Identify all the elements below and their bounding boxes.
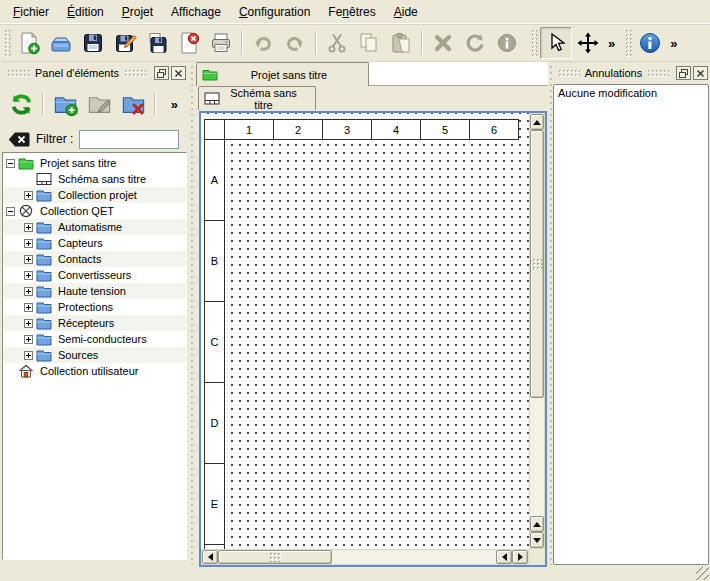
toolbar-handle[interactable]: [531, 29, 538, 57]
print-button[interactable]: [205, 27, 237, 59]
tree-item-collection-projet[interactable]: Collection projet: [3, 187, 186, 203]
menu-fenetres[interactable]: Fenêtres: [319, 2, 384, 22]
window-resize-grip[interactable]: [696, 567, 709, 580]
tree-item-projet-sans-titre[interactable]: Projet sans titre: [3, 155, 186, 171]
tree-item-recepteurs[interactable]: Récepteurs: [3, 315, 186, 331]
close-icon: [696, 69, 705, 78]
close-document-button[interactable]: [173, 27, 205, 59]
tree-item-convertisseurs[interactable]: Convertisseurs: [3, 267, 186, 283]
rotate-button[interactable]: [459, 27, 491, 59]
expander-plus-icon[interactable]: [24, 223, 33, 232]
vertical-scrollbar-thumb[interactable]: [530, 130, 544, 398]
tree-item-sources[interactable]: Sources: [3, 347, 186, 363]
panel-extension-chevron[interactable]: »: [167, 97, 182, 112]
cut-button[interactable]: [321, 27, 353, 59]
menu-edition[interactable]: Édition: [58, 2, 113, 22]
tree-item-schema-sans-titre[interactable]: Schéma sans titre: [3, 171, 186, 187]
toolbar-handle[interactable]: [4, 29, 11, 57]
expander-plus-icon[interactable]: [24, 351, 33, 360]
scroll-right-button[interactable]: [512, 550, 528, 564]
menu-projet[interactable]: Projet: [113, 2, 162, 22]
expander-plus-icon[interactable]: [24, 255, 33, 264]
tree-item-capteurs[interactable]: Capteurs: [3, 235, 186, 251]
expander-plus-icon[interactable]: [24, 287, 33, 296]
scroll-left-button[interactable]: [202, 550, 218, 564]
grid-column-header: 2: [273, 119, 323, 140]
float-dock-button[interactable]: [676, 66, 691, 80]
tree-item-contacts[interactable]: Contacts: [3, 251, 186, 267]
save-as-icon: [113, 31, 137, 55]
toolbar-extension-chevron[interactable]: »: [604, 36, 619, 51]
copy-button[interactable]: [353, 27, 385, 59]
dock-grip-texture: [124, 69, 147, 78]
tree-item-protections[interactable]: Protections: [3, 299, 186, 315]
expander-plus-icon[interactable]: [24, 271, 33, 280]
open-document-button[interactable]: [45, 27, 77, 59]
reload-collections-button[interactable]: [4, 87, 38, 121]
annulations-titlebar[interactable]: Annulations: [553, 64, 708, 82]
select-mode-button[interactable]: [540, 27, 572, 59]
edit-category-button[interactable]: [82, 87, 116, 121]
save-all-icon: [145, 31, 169, 55]
toolbar-separator: [42, 92, 44, 116]
menu-affichage[interactable]: Affichage: [162, 2, 230, 22]
horizontal-scrollbar[interactable]: [201, 549, 529, 565]
new-document-button[interactable]: [13, 27, 45, 59]
object-info-button[interactable]: [491, 27, 523, 59]
grid-row-header: E: [204, 463, 225, 545]
scroll-left-button-2[interactable]: [496, 550, 512, 564]
toolbar-extension-chevron[interactable]: »: [666, 36, 681, 51]
menu-aide[interactable]: Aide: [385, 2, 427, 22]
expander-minus-icon[interactable]: [6, 207, 15, 216]
redo-button[interactable]: [279, 27, 311, 59]
tree-item-collection-qet[interactable]: Collection QET: [3, 203, 186, 219]
tree-item-semi-conducteurs[interactable]: Semi-conducteurs: [3, 331, 186, 347]
expander-plus-icon[interactable]: [24, 335, 33, 344]
save-all-button[interactable]: [141, 27, 173, 59]
left-splitter-handle[interactable]: [189, 62, 195, 565]
new-category-button[interactable]: [48, 87, 82, 121]
folder-icon: [36, 220, 54, 234]
undo-list-item[interactable]: Aucune modification: [554, 85, 708, 101]
close-dock-button[interactable]: [693, 66, 708, 80]
undo-history-list: Aucune modification: [553, 84, 709, 565]
float-dock-button[interactable]: [154, 66, 169, 80]
filter-input[interactable]: [79, 130, 179, 149]
save-icon: [81, 31, 105, 55]
close-icon: [174, 69, 183, 78]
diagram-canvas[interactable]: 1 2 3 4 5 6 A B C D E: [201, 113, 529, 549]
paste-button[interactable]: [385, 27, 417, 59]
tab-projet-sans-titre[interactable]: Projet sans titre: [196, 62, 369, 86]
tree-item-collection-utilisateur[interactable]: Collection utilisateur: [3, 363, 186, 379]
horizontal-scrollbar-thumb[interactable]: [218, 550, 332, 564]
save-button[interactable]: [77, 27, 109, 59]
tab-schema-sans-titre[interactable]: Schéma sans titre: [198, 86, 316, 110]
clear-filter-icon[interactable]: [8, 132, 30, 147]
expander-plus-icon[interactable]: [24, 319, 33, 328]
menu-configuration[interactable]: Configuration: [230, 2, 319, 22]
qet-collection-icon: [18, 204, 36, 218]
toolbar-handle[interactable]: [625, 29, 632, 57]
expander-minus-icon[interactable]: [6, 159, 15, 168]
undo-button[interactable]: [247, 27, 279, 59]
menu-fichier[interactable]: Fichier: [4, 2, 58, 22]
tree-item-haute-tension[interactable]: Haute tension: [3, 283, 186, 299]
scroll-down-button[interactable]: [530, 532, 544, 548]
pan-mode-button[interactable]: [572, 27, 604, 59]
scroll-up-button[interactable]: [530, 114, 544, 130]
tree-item-automatisme[interactable]: Automatisme: [3, 219, 186, 235]
vertical-scrollbar[interactable]: [529, 113, 545, 549]
dock-grip-texture: [647, 69, 669, 78]
elements-panel-titlebar[interactable]: Panel d'éléments: [2, 64, 186, 82]
delete-category-button[interactable]: [116, 87, 150, 121]
save-as-button[interactable]: [109, 27, 141, 59]
expander-plus-icon[interactable]: [24, 303, 33, 312]
about-qet-button[interactable]: [634, 27, 666, 59]
edit-folder-icon: [86, 91, 113, 118]
scroll-up-button-2[interactable]: [530, 516, 544, 532]
close-dock-button[interactable]: [171, 66, 186, 80]
print-icon: [209, 31, 233, 55]
expander-plus-icon[interactable]: [24, 191, 33, 200]
expander-plus-icon[interactable]: [24, 239, 33, 248]
delete-button[interactable]: [427, 27, 459, 59]
